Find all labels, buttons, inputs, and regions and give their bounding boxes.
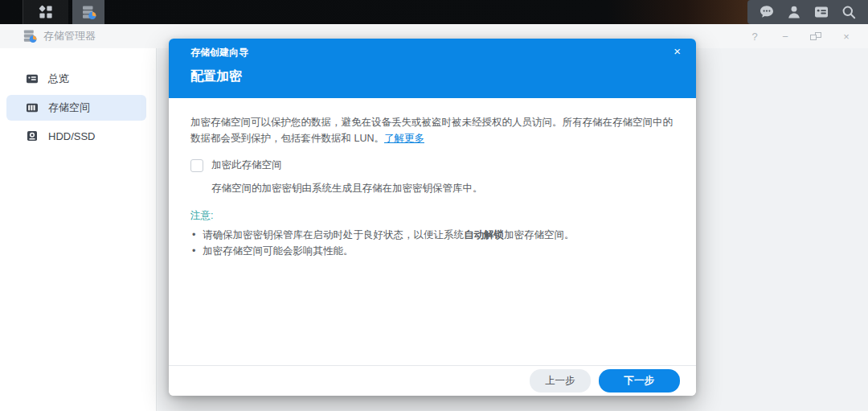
sidebar-item-label: 总览 bbox=[48, 72, 69, 86]
dialog-body: 加密存储空间可以保护您的数据，避免在设备丢失或被盗时被未经授权的人员访问。所有存… bbox=[169, 98, 696, 259]
note-bullet: 请确保加密密钥保管库在启动时处于良好状态，以便让系统自动解锁加密存储空间。 bbox=[192, 227, 674, 243]
chat-bubble-icon[interactable] bbox=[759, 4, 775, 20]
note-label: 注意: bbox=[190, 209, 674, 223]
overview-icon bbox=[26, 72, 39, 85]
encrypt-checkbox[interactable] bbox=[190, 159, 203, 172]
system-tray bbox=[747, 0, 868, 24]
sidebar-item-overview[interactable]: 总览 bbox=[6, 66, 146, 92]
learn-more-link[interactable]: 了解更多 bbox=[384, 133, 424, 144]
bullet-text: 加密存储空间可能会影响其性能。 bbox=[203, 245, 354, 257]
back-button[interactable]: 上一步 bbox=[530, 369, 591, 393]
volume-icon bbox=[26, 101, 39, 114]
intro-text: 加密存储空间可以保护您的数据，避免在设备丢失或被盗时被未经授权的人员访问。所有存… bbox=[190, 117, 673, 144]
note-bullet: 加密存储空间可能会影响其性能。 bbox=[192, 243, 674, 259]
close-dialog-icon[interactable]: × bbox=[674, 44, 681, 59]
user-icon[interactable] bbox=[786, 4, 802, 20]
main-menu-button[interactable] bbox=[23, 0, 68, 24]
note-bullet-list: 请确保加密密钥保管库在启动时处于良好状态，以便让系统自动解锁加密存储空间。 加密… bbox=[192, 227, 674, 259]
dialog-title: 存储创建向导 bbox=[190, 46, 248, 60]
sidebar-item-storage-pool[interactable]: 存储空间 bbox=[6, 95, 146, 121]
sidebar-item-label: HDD/SSD bbox=[48, 130, 96, 142]
help-button[interactable]: ? bbox=[749, 31, 760, 43]
storage-manager-task-button[interactable] bbox=[72, 0, 104, 24]
taskbar bbox=[0, 0, 868, 24]
intro-paragraph: 加密存储空间可以保护您的数据，避免在设备丢失或被盗时被未经授权的人员访问。所有存… bbox=[190, 114, 674, 146]
encrypt-checkbox-label[interactable]: 加密此存储空间 bbox=[211, 158, 282, 172]
apps-grid-icon bbox=[39, 5, 53, 19]
storage-manager-icon bbox=[81, 5, 96, 20]
dialog-header: 存储创建向导 × 配置加密 bbox=[169, 39, 696, 98]
step-title: 配置加密 bbox=[190, 68, 242, 85]
encrypt-checkbox-row: 加密此存储空间 bbox=[190, 158, 674, 172]
maximize-button[interactable] bbox=[810, 32, 821, 40]
disk-icon bbox=[26, 129, 39, 142]
close-window-button[interactable]: × bbox=[841, 31, 852, 43]
window-controls: ? − × bbox=[749, 24, 852, 48]
encrypt-hint-text: 存储空间的加密密钥由系统生成且存储在加密密钥保管库中。 bbox=[211, 181, 674, 195]
sidebar-item-label: 存储空间 bbox=[48, 101, 90, 115]
bullet-text: 加密存储空间。 bbox=[504, 229, 575, 240]
sidebar: 总览 存储空间 HDD/SSD bbox=[0, 48, 157, 411]
bullet-text: 请确保加密密钥保管库在启动时处于良好状态，以便让系统 bbox=[203, 229, 464, 240]
sidebar-item-hdd-ssd[interactable]: HDD/SSD bbox=[6, 124, 146, 148]
storage-manager-icon bbox=[23, 29, 37, 43]
window-title: 存储管理器 bbox=[43, 24, 96, 48]
bullet-text-bold: 自动解锁 bbox=[464, 229, 504, 240]
widgets-icon[interactable] bbox=[813, 4, 829, 20]
next-button[interactable]: 下一步 bbox=[599, 369, 681, 393]
dialog-footer: 上一步 下一步 bbox=[169, 365, 696, 396]
storage-creation-wizard-dialog: 存储创建向导 × 配置加密 加密存储空间可以保护您的数据，避免在设备丢失或被盗时… bbox=[169, 39, 696, 396]
minimize-button[interactable]: − bbox=[780, 31, 791, 43]
search-icon[interactable] bbox=[841, 4, 857, 20]
